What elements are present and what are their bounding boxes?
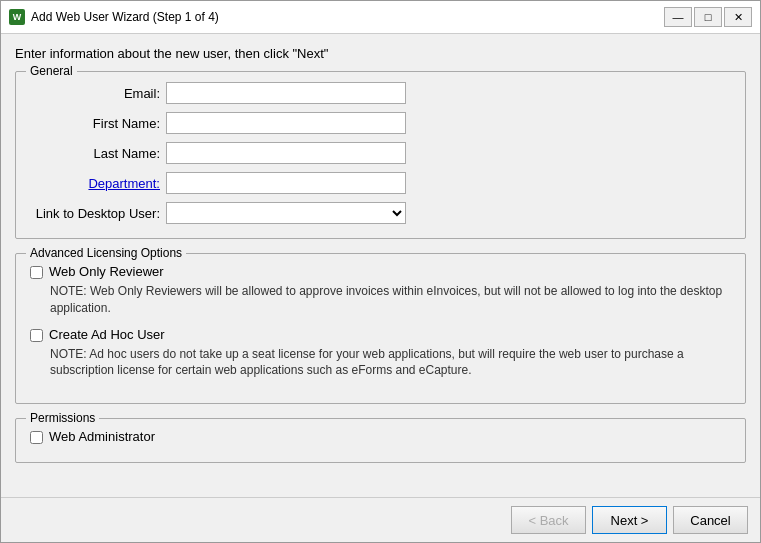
create-adhoc-label[interactable]: Create Ad Hoc User xyxy=(49,327,165,342)
lastname-row: Last Name: xyxy=(30,142,731,164)
email-row: Email: xyxy=(30,82,731,104)
department-field[interactable] xyxy=(166,172,406,194)
create-adhoc-checkbox[interactable] xyxy=(30,329,43,342)
link-desktop-label: Link to Desktop User: xyxy=(30,206,160,221)
title-bar: W Add Web User Wizard (Step 1 of 4) — □ … xyxy=(1,1,760,34)
permissions-legend: Permissions xyxy=(26,411,99,425)
firstname-row: First Name: xyxy=(30,112,731,134)
wizard-window: W Add Web User Wizard (Step 1 of 4) — □ … xyxy=(0,0,761,543)
window-title: Add Web User Wizard (Step 1 of 4) xyxy=(31,10,658,24)
web-admin-row: Web Administrator xyxy=(30,429,731,444)
general-legend: General xyxy=(26,64,77,78)
lastname-label: Last Name: xyxy=(30,146,160,161)
create-adhoc-row: Create Ad Hoc User xyxy=(30,327,731,342)
web-only-reviewer-row: Web Only Reviewer xyxy=(30,264,731,279)
email-field[interactable] xyxy=(166,82,406,104)
close-button[interactable]: ✕ xyxy=(724,7,752,27)
web-only-reviewer-checkbox[interactable] xyxy=(30,266,43,279)
lastname-field[interactable] xyxy=(166,142,406,164)
footer: < Back Next > Cancel xyxy=(1,497,760,542)
link-desktop-row: Link to Desktop User: Option 1 Option 2 xyxy=(30,202,731,224)
web-admin-checkbox[interactable] xyxy=(30,431,43,444)
firstname-label: First Name: xyxy=(30,116,160,131)
instruction-text: Enter information about the new user, th… xyxy=(15,46,746,61)
link-desktop-select[interactable]: Option 1 Option 2 xyxy=(166,202,406,224)
app-icon: W xyxy=(9,9,25,25)
back-button[interactable]: < Back xyxy=(511,506,586,534)
general-group: General Email: First Name: Last Name: De… xyxy=(15,71,746,239)
advanced-group: Advanced Licensing Options Web Only Revi… xyxy=(15,253,746,404)
email-label: Email: xyxy=(30,86,160,101)
department-row: Department: xyxy=(30,172,731,194)
create-adhoc-note: NOTE: Ad hoc users do not take up a seat… xyxy=(50,346,731,380)
cancel-button[interactable]: Cancel xyxy=(673,506,748,534)
web-admin-label[interactable]: Web Administrator xyxy=(49,429,155,444)
window-controls: — □ ✕ xyxy=(664,7,752,27)
window-content: Enter information about the new user, th… xyxy=(1,34,760,497)
web-only-reviewer-note: NOTE: Web Only Reviewers will be allowed… xyxy=(50,283,731,317)
permissions-group: Permissions Web Administrator xyxy=(15,418,746,463)
web-only-reviewer-label[interactable]: Web Only Reviewer xyxy=(49,264,164,279)
maximize-button[interactable]: □ xyxy=(694,7,722,27)
firstname-field[interactable] xyxy=(166,112,406,134)
minimize-button[interactable]: — xyxy=(664,7,692,27)
advanced-legend: Advanced Licensing Options xyxy=(26,246,186,260)
next-button[interactable]: Next > xyxy=(592,506,667,534)
department-label[interactable]: Department: xyxy=(30,176,160,191)
